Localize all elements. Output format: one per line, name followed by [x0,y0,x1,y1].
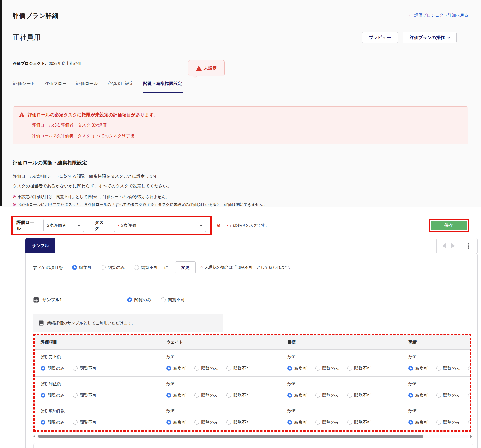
radio-no-view[interactable] [161,297,166,302]
group-description-box: 業績評価のサンプルとしてご利用いただけます。 [33,314,223,332]
section-description-line: タスクの担当者であるかないかに関わらず、すべてのタスクで設定してください。 [13,181,468,191]
preview-button[interactable]: プレビュー [362,32,398,43]
horizontal-scrollbar [33,434,472,438]
radio-view-only[interactable] [315,366,320,371]
radio-view-only[interactable] [101,265,105,270]
radio-no-view[interactable] [347,366,352,371]
radio-view-only[interactable] [194,420,199,425]
radio-view-only[interactable] [127,297,132,302]
note-mark: ※ [217,223,220,228]
sheet-tab-sample[interactable]: サンプル [25,238,55,253]
required-dot-icon: • [227,224,228,226]
task-select[interactable]: • 3次評価 [114,219,206,232]
radio-no-view[interactable] [226,393,231,398]
tab-evaluation-role[interactable]: 評価ロール [76,81,99,93]
perm-option-no-view: 閲覧不可 [347,392,371,398]
radio-no-view[interactable] [73,366,78,371]
radio-view-only[interactable] [315,393,320,398]
bulk-note: ※ 未選択の場合は「閲覧不可」として扱われます。 [200,265,293,270]
tab-required-items[interactable]: 必須項目設定 [107,81,134,93]
radio-view-only[interactable] [41,366,45,371]
plan-actions-button[interactable]: 評価プランの操作 [403,32,457,43]
radio-label: 閲覧不可 [233,392,250,398]
back-link-label: 評価プロジェクト詳細へ戻る [414,13,468,18]
alert-item: ・ 評価ロール:3次評価者 タスク:3次評価 [26,122,462,128]
perm-option-no-view: 閲覧不可 [468,365,471,371]
pager-next-icon[interactable] [451,243,455,248]
radio-no-view[interactable] [134,265,139,270]
scrollbar-track[interactable] [37,435,469,438]
scrollbar-thumb[interactable] [38,435,423,438]
radio-view-only[interactable] [436,366,441,371]
role-select-value: 3次評価者 [47,223,66,228]
plan-tabs: 評価シート 評価フロー 評価ロール 必須項目設定 閲覧・編集権限設定 [13,79,468,93]
permission-settings-section: 評価ロール 3次評価者 タスク • 3次評価 ※ 「 • 」は必須タスクです。 … [0,216,481,448]
radio-view-only[interactable] [436,420,441,425]
window-edge-artifact [0,0,2,206]
sheet-pager: ⋮ [436,238,478,253]
radio-label: 閲覧のみ [443,365,460,371]
column-header: 評価項目 [35,335,160,349]
radio-editable[interactable] [287,420,292,425]
radio-label: 編集可 [294,392,307,398]
radio-editable[interactable] [408,366,413,371]
radio-view-only[interactable] [194,393,199,398]
required-dot-icon: • [118,224,119,226]
radio-view-only[interactable] [41,393,45,398]
radio-no-view[interactable] [468,366,471,371]
radio-label: 編集可 [294,365,307,371]
radio-label: 編集可 [173,419,186,425]
radio-no-view[interactable] [468,393,471,398]
radio-no-view[interactable] [347,393,352,398]
apply-change-button[interactable]: 変更 [175,262,195,273]
perm-option-no-view: 閲覧不可 [226,365,250,371]
radio-editable[interactable] [408,420,413,425]
project-label: 評価プロジェクト: [13,61,46,66]
radio-label: 編集可 [415,392,428,398]
radio-view-only[interactable] [41,420,45,425]
radio-label: 閲覧のみ [48,365,65,371]
task-filter-label: タスク [95,219,108,231]
column-header: 実績 [402,335,471,349]
tab-evaluation-flow[interactable]: 評価フロー [44,81,67,93]
radio-no-view[interactable] [468,420,471,425]
pager-prev-icon[interactable] [442,243,446,248]
radio-editable[interactable] [166,366,171,371]
perm-option-editable: 編集可 [287,392,307,398]
tab-view-edit-permissions[interactable]: 閲覧・編集権限設定 [143,81,183,93]
unset-warning-tooltip: 未設定 [188,60,225,76]
radio-editable[interactable] [408,393,413,398]
save-button[interactable]: 保存 [431,221,467,230]
radio-view-only[interactable] [194,366,199,371]
radio-editable[interactable] [287,393,292,398]
kebab-menu-icon[interactable]: ⋮ [466,243,472,248]
radio-no-view[interactable] [226,420,231,425]
radio-editable[interactable] [166,393,171,398]
radio-editable[interactable] [166,420,171,425]
table-row: (例) 売上額 閲覧のみ 閲覧不可 数値 編集可 閲覧のみ 閲覧不可 [35,349,471,377]
scroll-left-icon[interactable] [33,435,35,438]
pager-divider [460,242,460,250]
radio-no-view[interactable] [226,366,231,371]
preview-button-label: プレビュー [369,35,391,40]
warning-triangle-icon [19,112,25,117]
unset-badge-label: 未設定 [204,65,217,71]
radio-no-view[interactable] [73,420,78,425]
radio-editable[interactable] [287,366,292,371]
radio-view-only[interactable] [315,420,320,425]
radio-label: 閲覧のみ [322,392,339,398]
scroll-right-icon[interactable] [470,435,472,438]
radio-no-view[interactable] [73,393,78,398]
radio-no-view[interactable] [347,420,352,425]
role-select[interactable]: 3次評価者 [43,219,84,232]
radio-view-only[interactable] [436,393,441,398]
back-to-project-link[interactable]: ← 評価プロジェクト詳細へ戻る [408,13,468,18]
radio-editable[interactable] [72,265,77,270]
perm-option-editable: 編集可 [287,419,307,425]
note-mark: ※ [200,265,203,270]
radio-label: 閲覧のみ [322,419,339,425]
tab-evaluation-sheet[interactable]: 評価シート [13,81,36,93]
perm-option-view-only: 閲覧のみ [436,365,460,371]
column-header: 目標 [281,335,402,349]
radio-label: 閲覧のみ [201,419,218,425]
